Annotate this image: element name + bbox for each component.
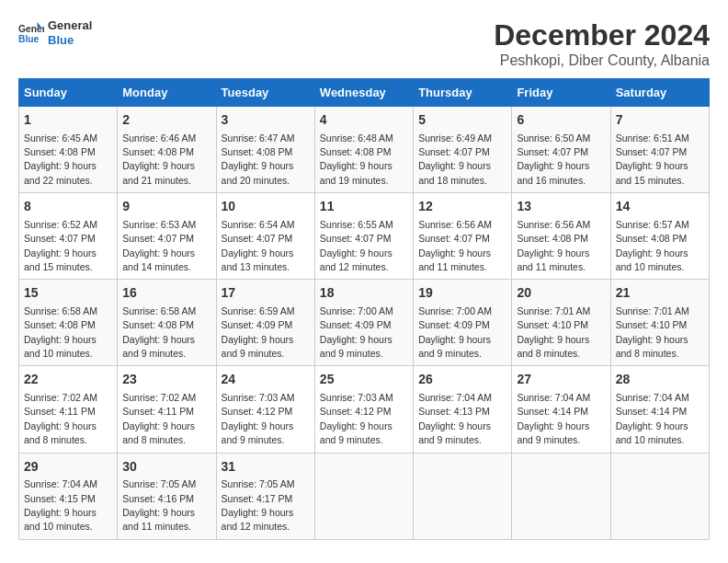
day-info: Sunrise: 6:56 AMSunset: 4:08 PMDaylight:…: [517, 219, 590, 272]
col-header-saturday: Saturday: [610, 79, 709, 107]
cell-4-4: 25Sunrise: 7:03 AMSunset: 4:12 PMDayligh…: [314, 366, 413, 453]
day-number: 15: [24, 284, 112, 303]
day-number: 7: [616, 111, 704, 130]
day-info: Sunrise: 6:58 AMSunset: 4:08 PMDaylight:…: [122, 305, 196, 359]
day-number: 12: [418, 198, 506, 216]
cell-3-7: 21Sunrise: 7:01 AMSunset: 4:10 PMDayligh…: [610, 280, 709, 366]
calendar-table: SundayMondayTuesdayWednesdayThursdayFrid…: [18, 78, 710, 540]
logo-blue: Blue: [48, 33, 92, 48]
col-header-wednesday: Wednesday: [314, 79, 413, 107]
cell-3-4: 18Sunrise: 7:00 AMSunset: 4:09 PMDayligh…: [314, 280, 413, 366]
day-number: 8: [24, 198, 112, 216]
cell-3-1: 15Sunrise: 6:58 AMSunset: 4:08 PMDayligh…: [19, 280, 118, 366]
day-info: Sunrise: 7:00 AMSunset: 4:09 PMDaylight:…: [418, 305, 492, 359]
cell-1-1: 1Sunrise: 6:45 AMSunset: 4:08 PMDaylight…: [19, 107, 118, 193]
day-info: Sunrise: 7:05 AMSunset: 4:16 PMDaylight:…: [122, 478, 196, 532]
cell-4-6: 27Sunrise: 7:04 AMSunset: 4:14 PMDayligh…: [512, 366, 610, 453]
cell-5-5: [414, 453, 512, 539]
week-row-4: 22Sunrise: 7:02 AMSunset: 4:11 PMDayligh…: [19, 366, 710, 453]
cell-3-2: 16Sunrise: 6:58 AMSunset: 4:08 PMDayligh…: [118, 280, 216, 366]
cell-5-6: [512, 453, 610, 539]
cell-3-6: 20Sunrise: 7:01 AMSunset: 4:10 PMDayligh…: [512, 280, 610, 366]
cell-4-2: 23Sunrise: 7:02 AMSunset: 4:11 PMDayligh…: [118, 366, 216, 453]
cell-1-4: 4Sunrise: 6:48 AMSunset: 4:08 PMDaylight…: [314, 107, 413, 193]
day-number: 22: [24, 371, 112, 389]
cell-2-7: 14Sunrise: 6:57 AMSunset: 4:08 PMDayligh…: [610, 193, 709, 280]
day-number: 31: [222, 458, 310, 477]
day-number: 1: [24, 111, 112, 130]
logo-general: General: [48, 18, 92, 33]
cell-2-5: 12Sunrise: 6:56 AMSunset: 4:07 PMDayligh…: [414, 193, 512, 280]
day-info: Sunrise: 6:48 AMSunset: 4:08 PMDaylight:…: [320, 132, 393, 186]
cell-5-4: [314, 453, 413, 539]
day-number: 9: [122, 198, 210, 216]
cell-2-1: 8Sunrise: 6:52 AMSunset: 4:07 PMDaylight…: [19, 193, 118, 280]
day-info: Sunrise: 7:05 AMSunset: 4:17 PMDaylight:…: [222, 478, 295, 532]
day-info: Sunrise: 6:47 AMSunset: 4:08 PMDaylight:…: [222, 132, 295, 186]
day-info: Sunrise: 7:01 AMSunset: 4:10 PMDaylight:…: [616, 305, 689, 359]
svg-text:Blue: Blue: [18, 34, 40, 44]
day-number: 21: [616, 284, 704, 303]
day-info: Sunrise: 7:02 AMSunset: 4:11 PMDaylight:…: [24, 392, 97, 445]
col-header-monday: Monday: [118, 79, 216, 107]
day-number: 6: [517, 111, 605, 130]
day-info: Sunrise: 7:04 AMSunset: 4:13 PMDaylight:…: [418, 392, 492, 445]
day-info: Sunrise: 6:50 AMSunset: 4:07 PMDaylight:…: [517, 132, 590, 186]
cell-4-7: 28Sunrise: 7:04 AMSunset: 4:14 PMDayligh…: [610, 366, 709, 453]
day-number: 4: [320, 111, 408, 130]
cell-3-3: 17Sunrise: 6:59 AMSunset: 4:09 PMDayligh…: [216, 280, 314, 366]
day-number: 30: [122, 458, 210, 477]
subtitle: Peshkopi, Diber County, Albania: [494, 52, 710, 69]
day-info: Sunrise: 7:04 AMSunset: 4:14 PMDaylight:…: [616, 392, 689, 445]
day-info: Sunrise: 6:45 AMSunset: 4:08 PMDaylight:…: [24, 132, 97, 186]
cell-5-2: 30Sunrise: 7:05 AMSunset: 4:16 PMDayligh…: [118, 453, 216, 539]
day-info: Sunrise: 7:00 AMSunset: 4:09 PMDaylight:…: [320, 305, 393, 359]
day-number: 23: [122, 371, 210, 389]
cell-2-6: 13Sunrise: 6:56 AMSunset: 4:08 PMDayligh…: [512, 193, 610, 280]
day-number: 25: [320, 371, 408, 389]
cell-1-2: 2Sunrise: 6:46 AMSunset: 4:08 PMDaylight…: [118, 107, 216, 193]
cell-1-3: 3Sunrise: 6:47 AMSunset: 4:08 PMDaylight…: [216, 107, 314, 193]
col-header-friday: Friday: [512, 79, 610, 107]
week-row-2: 8Sunrise: 6:52 AMSunset: 4:07 PMDaylight…: [19, 193, 710, 280]
cell-4-1: 22Sunrise: 7:02 AMSunset: 4:11 PMDayligh…: [19, 366, 118, 453]
col-header-thursday: Thursday: [414, 79, 512, 107]
cell-4-3: 24Sunrise: 7:03 AMSunset: 4:12 PMDayligh…: [216, 366, 314, 453]
header-row: SundayMondayTuesdayWednesdayThursdayFrid…: [19, 79, 710, 107]
day-info: Sunrise: 6:46 AMSunset: 4:08 PMDaylight:…: [122, 132, 196, 186]
day-info: Sunrise: 6:49 AMSunset: 4:07 PMDaylight:…: [418, 132, 492, 186]
logo-icon: General Blue: [18, 20, 44, 46]
day-info: Sunrise: 6:58 AMSunset: 4:08 PMDaylight:…: [24, 305, 97, 359]
day-number: 17: [222, 284, 310, 303]
day-info: Sunrise: 6:59 AMSunset: 4:09 PMDaylight:…: [222, 305, 295, 359]
svg-text:General: General: [18, 24, 44, 34]
day-number: 16: [122, 284, 210, 303]
day-info: Sunrise: 7:03 AMSunset: 4:12 PMDaylight:…: [222, 392, 295, 445]
day-number: 29: [24, 458, 112, 477]
cell-5-3: 31Sunrise: 7:05 AMSunset: 4:17 PMDayligh…: [216, 453, 314, 539]
day-info: Sunrise: 7:02 AMSunset: 4:11 PMDaylight:…: [122, 392, 196, 445]
day-number: 10: [222, 198, 310, 216]
day-number: 13: [517, 198, 605, 216]
main-title: December 2024: [494, 18, 710, 52]
cell-5-1: 29Sunrise: 7:04 AMSunset: 4:15 PMDayligh…: [19, 453, 118, 539]
day-info: Sunrise: 7:01 AMSunset: 4:10 PMDaylight:…: [517, 305, 590, 359]
day-info: Sunrise: 6:52 AMSunset: 4:07 PMDaylight:…: [24, 219, 97, 272]
cell-1-7: 7Sunrise: 6:51 AMSunset: 4:07 PMDaylight…: [610, 107, 709, 193]
col-header-sunday: Sunday: [19, 79, 118, 107]
cell-2-3: 10Sunrise: 6:54 AMSunset: 4:07 PMDayligh…: [216, 193, 314, 280]
day-number: 14: [616, 198, 704, 216]
cell-1-6: 6Sunrise: 6:50 AMSunset: 4:07 PMDaylight…: [512, 107, 610, 193]
day-number: 27: [517, 371, 605, 389]
day-number: 3: [222, 111, 310, 130]
day-info: Sunrise: 7:04 AMSunset: 4:14 PMDaylight:…: [517, 392, 590, 445]
page-header: General Blue General Blue December 2024 …: [18, 18, 710, 69]
cell-3-5: 19Sunrise: 7:00 AMSunset: 4:09 PMDayligh…: [414, 280, 512, 366]
day-info: Sunrise: 6:53 AMSunset: 4:07 PMDaylight:…: [122, 219, 196, 272]
cell-2-2: 9Sunrise: 6:53 AMSunset: 4:07 PMDaylight…: [118, 193, 216, 280]
day-info: Sunrise: 6:54 AMSunset: 4:07 PMDaylight:…: [222, 219, 295, 272]
day-info: Sunrise: 6:56 AMSunset: 4:07 PMDaylight:…: [418, 219, 492, 272]
day-info: Sunrise: 6:51 AMSunset: 4:07 PMDaylight:…: [616, 132, 689, 186]
week-row-3: 15Sunrise: 6:58 AMSunset: 4:08 PMDayligh…: [19, 280, 710, 366]
day-info: Sunrise: 7:04 AMSunset: 4:15 PMDaylight:…: [24, 478, 97, 532]
